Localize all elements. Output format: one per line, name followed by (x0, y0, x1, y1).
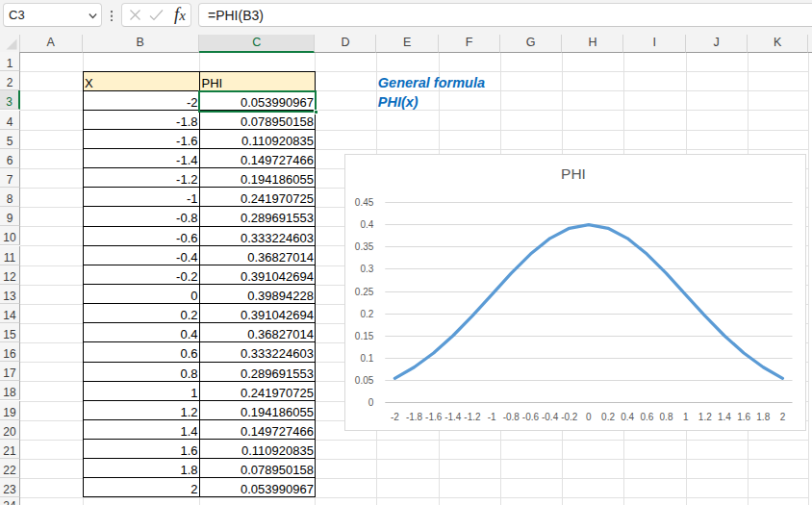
svg-text:0.8: 0.8 (659, 412, 672, 422)
svg-text:1: 1 (682, 412, 688, 422)
svg-text:0.1: 0.1 (360, 353, 373, 364)
svg-text:-1.2: -1.2 (464, 412, 481, 422)
svg-text:0.4: 0.4 (360, 219, 373, 230)
svg-text:1.4: 1.4 (718, 412, 731, 422)
svg-text:-2: -2 (390, 412, 398, 422)
svg-text:0.45: 0.45 (354, 197, 373, 208)
svg-text:0.15: 0.15 (354, 331, 373, 341)
svg-text:1.2: 1.2 (698, 412, 711, 422)
svg-text:1.8: 1.8 (756, 412, 770, 422)
svg-text:0.6: 0.6 (640, 412, 653, 422)
svg-text:-1.4: -1.4 (444, 412, 462, 422)
svg-text:-0.8: -0.8 (502, 412, 520, 422)
svg-text:-1.8: -1.8 (405, 412, 422, 422)
svg-text:-0.6: -0.6 (521, 412, 539, 422)
svg-text:0.25: 0.25 (354, 287, 373, 297)
svg-text:-1.6: -1.6 (425, 412, 443, 422)
svg-text:0.05: 0.05 (354, 375, 373, 386)
svg-text:2: 2 (779, 412, 785, 422)
svg-text:0.3: 0.3 (360, 264, 373, 274)
svg-text:PHI: PHI (561, 165, 586, 182)
svg-text:1.6: 1.6 (737, 412, 750, 422)
svg-text:-0.4: -0.4 (541, 412, 558, 422)
svg-text:0.2: 0.2 (360, 309, 373, 319)
svg-text:0: 0 (368, 397, 373, 408)
svg-text:-1: -1 (487, 412, 495, 422)
svg-text:-0.2: -0.2 (561, 412, 578, 422)
svg-text:0.4: 0.4 (621, 412, 634, 422)
svg-text:0.35: 0.35 (354, 241, 373, 252)
svg-text:0.2: 0.2 (601, 412, 615, 422)
svg-text:0: 0 (586, 412, 592, 422)
